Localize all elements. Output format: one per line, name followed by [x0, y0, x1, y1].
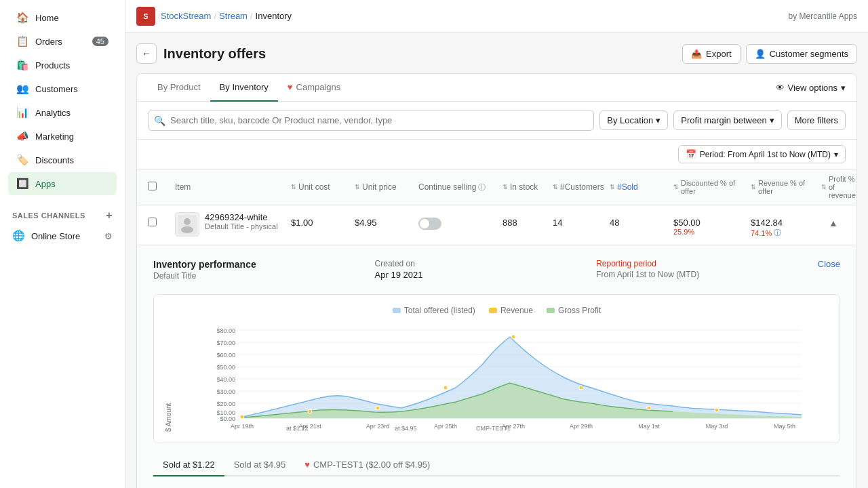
bottom-tabs: Sold at $1.22 Sold at $4.95 ♥ CMP-TEST1 … [153, 454, 840, 476]
svg-text:$20.00: $20.00 [216, 401, 235, 407]
chevron-down-icon: ▾ [770, 115, 774, 125]
sold-cell: 48 [610, 212, 671, 228]
svg-text:$60.00: $60.00 [216, 352, 235, 359]
continue-selling-toggle[interactable] [418, 218, 441, 230]
bottom-tab-sold-1[interactable]: Sold at $1.22 [153, 454, 224, 476]
back-button[interactable]: ← [136, 43, 157, 64]
customer-segments-button[interactable]: 👤 Customer segments [746, 44, 857, 64]
col-unit-cost[interactable]: ⇅ Unit cost [291, 182, 352, 192]
bottom-tab-sold-2[interactable]: Sold at $4.95 [224, 454, 296, 476]
period-bar: 📅 Period: From April 1st to Now (MTD) ▾ [137, 140, 856, 169]
svg-text:Apr 19th: Apr 19th [231, 423, 254, 430]
svg-text:Apr 29th: Apr 29th [570, 423, 593, 430]
search-wrap: 🔍 [148, 110, 594, 131]
chevron-down-icon: ▾ [841, 83, 846, 93]
svg-point-35 [443, 386, 448, 390]
col-discounted[interactable]: ⇅ Discounted % of offer [673, 179, 748, 195]
stats-ending-stock-header: Ending stock [750, 485, 840, 488]
calendar-icon: 📅 [686, 149, 696, 159]
svg-text:May 3rd: May 3rd [706, 423, 728, 430]
sidebar-item-label: Marketing [35, 131, 74, 142]
search-input[interactable] [148, 110, 594, 131]
col-continue-selling: Continue selling ⓘ [418, 182, 500, 192]
chevron-down-icon: ▾ [834, 150, 838, 159]
tab-campaigns[interactable]: ♥ Campaigns [278, 74, 350, 102]
sidebar-item-products[interactable]: 🛍️ Products [8, 54, 117, 77]
chart-svg: $80.00 $70.00 $60.00 $50.00 $40.00 $30.0… [178, 323, 829, 432]
period-button[interactable]: 📅 Period: From April 1st to Now (MTD) ▾ [678, 145, 846, 163]
sort-icon: ⇅ [355, 184, 360, 190]
add-channel-button[interactable]: + [106, 209, 113, 222]
heart-icon: ♥ [288, 82, 293, 92]
select-all-checkbox[interactable] [148, 182, 157, 190]
col-sold[interactable]: ⇅ #Sold [610, 182, 671, 192]
col-revenue[interactable]: ⇅ Revenue % of offer [751, 179, 818, 195]
sidebar-item-apps[interactable]: 🔲 Apps [8, 172, 117, 195]
close-section: Close [818, 259, 840, 281]
online-store-icon: 🌐 [12, 230, 24, 242]
breadcrumb-stockstream[interactable]: StockStream [161, 11, 211, 21]
bottom-tab-campaign[interactable]: ♥ CMP-TEST1 ($2.00 off $4.95) [295, 454, 439, 476]
sidebar-item-marketing[interactable]: 📣 Marketing [8, 125, 117, 148]
stats-discounted-header: Discounted $0.00 0% of revenue [302, 485, 370, 488]
svg-text:$50.00: $50.00 [216, 364, 235, 371]
col-unit-price[interactable]: ⇅ Unit price [355, 182, 416, 192]
close-button[interactable]: Close [818, 259, 840, 269]
svg-text:$0.00: $0.00 [220, 415, 235, 422]
sidebar-item-online-store[interactable]: 🌐 Online Store ⚙ [4, 225, 121, 247]
col-customers[interactable]: ⇅ #Customers [553, 182, 607, 192]
analytics-icon: 📊 [16, 106, 28, 119]
svg-point-33 [308, 409, 312, 413]
online-store-settings-icon[interactable]: ⚙ [104, 231, 113, 241]
sidebar-item-analytics[interactable]: 📊 Analytics [8, 101, 117, 124]
svg-text:$40.00: $40.00 [216, 376, 235, 383]
page-header: ← Inventory offers 📤 Export 👤 Customer s… [136, 43, 857, 64]
sort-icon: ⇅ [610, 184, 615, 190]
table-header: Item ⇅ Unit cost ⇅ Unit price Continue s… [137, 169, 856, 205]
col-profit[interactable]: ⇅ Profit % of revenue ↻ [821, 175, 846, 199]
sidebar-item-home[interactable]: 🏠 Home [8, 6, 117, 29]
sidebar-item-orders[interactable]: 📋 Orders 45 [8, 30, 117, 53]
breadcrumb-stream[interactable]: Stream [219, 11, 248, 21]
chevron-down-icon: ▾ [656, 115, 660, 125]
sidebar-item-customers[interactable]: 👥 Customers [8, 77, 117, 100]
online-store-label: Online Store [31, 231, 80, 241]
revenue-cell: $142.84 74.1% ⓘ [751, 212, 818, 238]
svg-text:May 1st: May 1st [638, 423, 660, 430]
sort-icon: ⇅ [751, 184, 756, 190]
sort-icon: ⇅ [673, 184, 679, 190]
by-location-button[interactable]: By Location ▾ [599, 110, 668, 130]
main-content: S StockStream / Stream / Inventory by Me… [125, 0, 868, 488]
row-select-checkbox[interactable] [148, 218, 157, 226]
svg-text:$70.00: $70.00 [216, 340, 235, 346]
col-in-stock[interactable]: ⇅ In stock [502, 182, 550, 192]
expand-row-button[interactable]: ▲ [829, 212, 838, 228]
sort-icon: ⇅ [821, 184, 827, 190]
tab-by-product[interactable]: By Product [148, 74, 210, 102]
profit-margin-button[interactable]: Profit margin between ▾ [673, 110, 781, 130]
svg-text:May 5th: May 5th [774, 423, 795, 430]
sort-icon: ⇅ [291, 184, 296, 190]
discounts-icon: 🏷️ [16, 154, 28, 166]
stats-table: Date #Sold 12 / 5 customers Discounted $… [153, 485, 840, 488]
unit-price-cell: $4.95 [355, 212, 416, 228]
sidebar-item-label: Customers [35, 84, 78, 94]
chart-area: Total offered (listed) Revenue Gross Pro… [153, 294, 840, 443]
tab-by-inventory[interactable]: By Inventory [210, 74, 278, 102]
export-button[interactable]: 📤 Export [682, 44, 741, 64]
col-item: Item [175, 182, 288, 192]
sidebar-item-discounts[interactable]: 🏷️ Discounts [8, 148, 117, 171]
sort-icon: ⇅ [553, 184, 558, 190]
customer-icon: 👤 [755, 49, 766, 59]
product-info: 42969324-white Default Title - physical [205, 212, 278, 230]
expanded-reporting-section: Reporting period From April 1st to Now (… [596, 259, 804, 281]
view-options-button[interactable]: 👁 View options ▾ [776, 77, 846, 98]
header-actions: 📤 Export 👤 Customer segments [682, 44, 857, 64]
home-icon: 🏠 [16, 12, 28, 24]
svg-text:Apr 25th: Apr 25th [434, 423, 457, 430]
breadcrumb-current: Inventory [256, 11, 292, 21]
export-icon: 📤 [691, 49, 702, 59]
more-filters-button[interactable]: More filters [787, 110, 846, 130]
legend-total: Total offered (listed) [393, 306, 475, 315]
sidebar-item-label: Discounts [35, 155, 74, 165]
